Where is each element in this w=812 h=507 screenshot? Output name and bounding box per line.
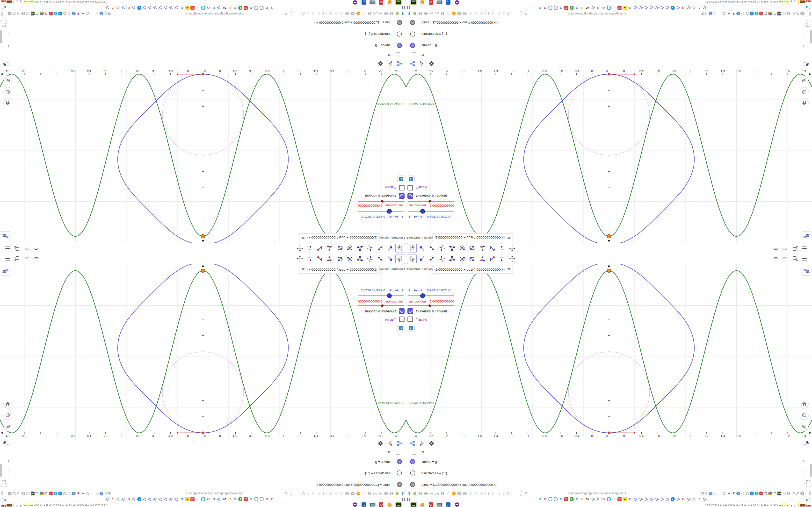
tracing-checkbox[interactable]: [399, 185, 405, 190]
favicon-pinwheel[interactable]: [169, 6, 173, 10]
globe-icon[interactable]: [384, 491, 389, 496]
dot-icon[interactable]: [501, 491, 506, 496]
favicon-donut-gray[interactable]: [554, 6, 558, 10]
square-icon[interactable]: [484, 491, 490, 496]
algebra-group-header[interactable]: − List: [406, 51, 812, 59]
favicon-pinwheel[interactable]: [158, 497, 163, 501]
shield-pale-icon[interactable]: [782, 491, 786, 496]
tree-view-button[interactable]: [408, 60, 416, 68]
down-blue-icon[interactable]: ⇩: [754, 11, 759, 16]
favicon-pinwheel[interactable]: [143, 497, 147, 501]
favicon-info[interactable]: i: [612, 497, 616, 501]
scrollbar-thumb[interactable]: [1, 12, 3, 16]
favicon-pinwheel[interactable]: [217, 497, 221, 501]
graphics-view[interactable]: -2.4-2.2-2-1.8-1.6-1.4-1.2-1-0.8-0.6-0.4…: [406, 69, 812, 243]
favicon-ya-red[interactable]: Я: [617, 6, 621, 10]
ghost-square-icon[interactable]: [339, 11, 344, 16]
favicon-ghost-green[interactable]: ✦: [238, 497, 242, 501]
globe-icon[interactable]: [389, 11, 394, 16]
favicon-pinwheel[interactable]: [121, 6, 125, 10]
ghost-square-icon[interactable]: [334, 11, 339, 16]
favicon-g-red[interactable]: G: [126, 6, 131, 10]
scrollbar-thumb[interactable]: [809, 12, 811, 16]
tool-point-button[interactable]: A: [417, 243, 427, 253]
settings-gear-button[interactable]: [376, 439, 385, 447]
globe-color-icon[interactable]: [768, 491, 772, 496]
favicon-g-yellow[interactable]: G: [227, 6, 232, 10]
favicon-donut-gray[interactable]: [554, 497, 558, 501]
status-url[interactable]: https://www.geogebra.org/classic/aagcxh3…: [186, 492, 244, 495]
favicon-ya-red[interactable]: Я: [617, 497, 621, 501]
favicon-donut-teal[interactable]: [607, 6, 611, 10]
tool-conic-5-points-button[interactable]: [335, 254, 345, 264]
graphics-view[interactable]: -2.4-2.2-2-1.8-1.6-1.4-1.2-1-0.8-0.6-0.4…: [406, 264, 812, 438]
favicon-wikipedia[interactable]: W: [586, 6, 590, 10]
favicon-donut-teal[interactable]: [201, 497, 205, 501]
algebra-row[interactable]: funcs = {1.000000000000 + cos(4.00000000…: [0, 479, 406, 490]
favicon-pinwheel[interactable]: [164, 497, 168, 501]
firefox-icon[interactable]: [356, 11, 361, 16]
dot-icon[interactable]: [317, 11, 322, 16]
algebra-kebab-menu[interactable]: ⋮: [369, 60, 375, 68]
favicon-g-blue[interactable]: G: [180, 6, 184, 10]
favicon-pinwheel[interactable]: [148, 497, 152, 501]
globe-icon[interactable]: [440, 491, 445, 496]
favicon-pinwheel[interactable]: [633, 497, 638, 501]
graphics-stylebar-toggle-button[interactable]: [802, 266, 811, 276]
row-kebab-menu[interactable]: ⋮: [802, 459, 806, 464]
zoom-out-button[interactable]: [4, 423, 12, 431]
favicon-pinwheel[interactable]: [105, 6, 109, 10]
zoom-in-button[interactable]: [800, 411, 808, 419]
play-step-button[interactable]: [407, 175, 415, 182]
globe-icon[interactable]: [345, 491, 350, 496]
tool-angle-button[interactable]: α: [325, 254, 335, 264]
search-button[interactable]: [792, 244, 799, 251]
collapse-group-button[interactable]: −: [412, 52, 416, 57]
favicon-gear-dark[interactable]: [692, 497, 696, 501]
tool-move-graphics-button[interactable]: [507, 243, 517, 253]
mouse-icon[interactable]: [67, 491, 71, 496]
favicon-pinwheel[interactable]: [644, 497, 648, 501]
tool-move-graphics-button[interactable]: [295, 254, 305, 264]
app-monitor-camera-button[interactable]: [437, 502, 443, 507]
lock-icon[interactable]: [284, 491, 289, 496]
dot-icon[interactable]: [328, 11, 333, 16]
curve-apex-point[interactable]: [607, 235, 611, 238]
wrench-icon[interactable]: [361, 11, 367, 16]
ghost-square-icon[interactable]: [339, 491, 344, 496]
favicon-donut-teal[interactable]: [607, 497, 611, 501]
arc-length-slider-thumb[interactable]: [387, 293, 392, 298]
app-red-gear-button[interactable]: [378, 502, 384, 507]
curvature-tangent-checkbox[interactable]: [399, 193, 405, 199]
zoom-in-button[interactable]: [4, 411, 12, 419]
favicon-pinwheel[interactable]: [132, 497, 136, 501]
gauge-icon[interactable]: [429, 11, 434, 16]
favicon-ghost-green[interactable]: ✦: [570, 497, 574, 501]
tool-conic-5-points-button[interactable]: [467, 254, 477, 264]
favicon-wikipedia[interactable]: W: [222, 6, 226, 10]
visibility-marble-purple[interactable]: [397, 459, 402, 464]
favicon-info[interactable]: i: [196, 6, 200, 10]
plus-blue-icon[interactable]: +: [750, 11, 754, 16]
search-button[interactable]: [792, 256, 799, 263]
lock-icon[interactable]: [523, 491, 528, 496]
gear-icon[interactable]: [457, 11, 462, 16]
function-selector-dropdown[interactable]: 1.000000000000 + cos(4.000000000000 x): [299, 265, 379, 274]
bin-icon[interactable]: [35, 11, 39, 16]
favicon-g-blue[interactable]: G: [628, 497, 632, 501]
favicon-g-red[interactable]: G: [206, 6, 210, 10]
gear-flower-icon[interactable]: [745, 11, 749, 16]
visibility-marble-gray[interactable]: [397, 20, 402, 25]
dot-icon[interactable]: [479, 491, 484, 496]
tool-slider-button[interactable]: a = 2: [305, 254, 315, 264]
red-badge-icon[interactable]: ICF: [759, 11, 763, 16]
favicon-donut-gray[interactable]: [260, 497, 264, 501]
square-icon[interactable]: [311, 11, 317, 16]
star-icon[interactable]: ☆: [713, 491, 717, 496]
favicon-g-blue[interactable]: G: [575, 6, 579, 10]
tool-circle-center-point-button[interactable]: [345, 254, 355, 264]
favicon-pinwheel[interactable]: [148, 6, 152, 10]
favicon-pinwheel[interactable]: [655, 497, 659, 501]
favicon-g-blue[interactable]: G: [596, 6, 600, 10]
graphics-stylebar-toggle-button[interactable]: [1, 266, 10, 276]
